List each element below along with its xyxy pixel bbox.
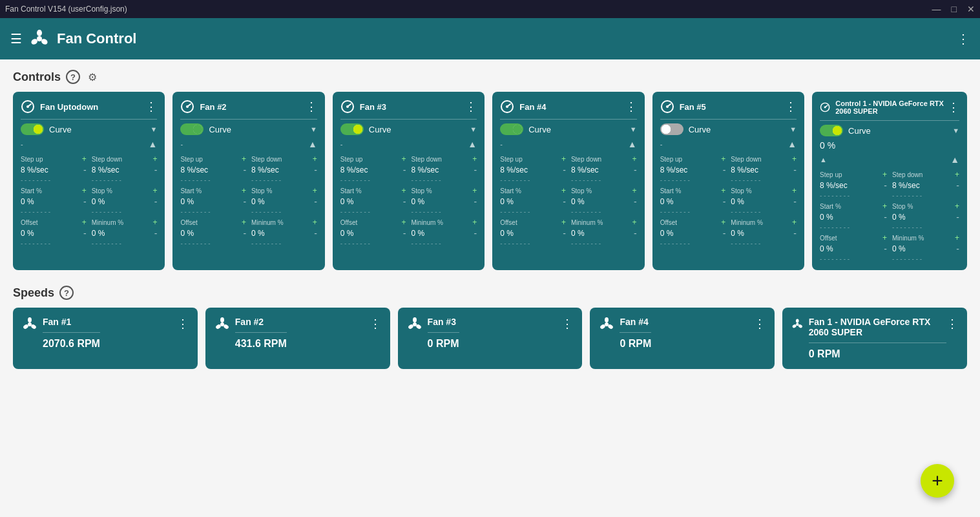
minimum-plus[interactable]: + [152, 218, 157, 227]
start-plus[interactable]: + [242, 186, 246, 195]
speed-card-menu-icon[interactable]: ⋮ [754, 317, 766, 331]
toggle-switch[interactable] [21, 123, 44, 135]
step-up-plus[interactable]: + [561, 154, 566, 164]
curve-dropdown-icon[interactable]: ▼ [470, 125, 477, 133]
start-plus[interactable]: + [721, 186, 725, 195]
toggle-switch[interactable] [500, 123, 523, 135]
speed-card-menu-icon[interactable]: ⋮ [177, 317, 189, 331]
minimum-minus[interactable]: - [474, 228, 477, 238]
offset-plus[interactable]: + [561, 218, 566, 227]
step-down-minus[interactable]: - [474, 165, 477, 175]
controls-settings-icon[interactable]: ⚙ [85, 70, 99, 84]
start-plus[interactable]: + [882, 202, 887, 211]
speed-card-menu-icon[interactable]: ⋮ [370, 317, 381, 331]
stop-minus[interactable]: - [154, 196, 158, 207]
step-down-plus[interactable]: + [313, 154, 317, 164]
curve-dropdown-icon[interactable]: ▼ [151, 125, 158, 133]
minimum-minus[interactable]: - [956, 244, 959, 254]
curve-dropdown-icon[interactable]: ▼ [789, 125, 797, 133]
speeds-help-icon[interactable]: ? [59, 286, 74, 300]
stop-plus[interactable]: + [152, 186, 157, 195]
offset-minus[interactable]: - [403, 228, 406, 238]
expand-icon[interactable]: ▲ [308, 139, 317, 149]
card-menu-icon[interactable]: ⋮ [785, 100, 797, 114]
card-menu-icon[interactable]: ⋮ [948, 100, 959, 114]
curve-dropdown-icon[interactable]: ▼ [952, 127, 959, 134]
step-down-minus[interactable]: - [154, 165, 158, 175]
stop-minus[interactable]: - [474, 196, 477, 207]
toggle-switch[interactable] [820, 125, 843, 136]
offset-plus[interactable]: + [82, 218, 87, 227]
minimum-minus[interactable]: - [154, 228, 158, 238]
hamburger-icon[interactable]: ☰ [10, 31, 22, 47]
stop-minus[interactable]: - [634, 196, 637, 207]
toggle-switch[interactable] [660, 123, 683, 135]
step-up-plus[interactable]: + [402, 154, 406, 164]
minimum-plus[interactable]: + [792, 218, 797, 227]
step-up-minus[interactable]: - [83, 165, 87, 175]
add-fab-button[interactable]: + [921, 464, 954, 498]
offset-plus[interactable]: + [882, 233, 887, 242]
curve-dropdown-icon[interactable]: ▼ [630, 125, 637, 133]
step-down-minus[interactable]: - [314, 165, 317, 175]
card-menu-icon[interactable]: ⋮ [465, 100, 477, 114]
offset-plus[interactable]: + [402, 218, 406, 227]
minimum-plus[interactable]: + [632, 218, 637, 227]
more-vert-icon[interactable]: ⋮ [957, 31, 970, 47]
maximize-button[interactable]: □ [952, 4, 957, 14]
offset-plus[interactable]: + [242, 218, 246, 227]
stop-plus[interactable]: + [472, 186, 477, 195]
minimum-minus[interactable]: - [634, 228, 637, 238]
step-up-plus[interactable]: + [882, 170, 887, 179]
step-up-minus[interactable]: - [884, 180, 887, 191]
stop-plus[interactable]: + [955, 202, 959, 211]
speed-card-menu-icon[interactable]: ⋮ [561, 317, 573, 331]
start-minus[interactable]: - [563, 196, 566, 207]
expand-icon[interactable]: ▲ [787, 139, 797, 149]
card-menu-icon[interactable]: ⋮ [145, 100, 157, 114]
step-up-minus[interactable]: - [243, 165, 246, 175]
stop-plus[interactable]: + [792, 186, 797, 195]
start-minus[interactable]: - [723, 196, 726, 207]
toggle-switch[interactable] [180, 123, 203, 135]
minimum-plus[interactable]: + [472, 218, 477, 227]
controls-help-icon[interactable]: ? [66, 70, 80, 84]
step-up-plus[interactable]: + [82, 154, 87, 164]
step-down-minus[interactable]: - [634, 165, 637, 175]
stop-minus[interactable]: - [314, 196, 317, 207]
toggle-switch[interactable] [340, 123, 364, 135]
step-down-plus[interactable]: + [792, 154, 797, 164]
minimum-minus[interactable]: - [314, 228, 317, 238]
card-menu-icon[interactable]: ⋮ [306, 100, 317, 114]
step-down-minus[interactable]: - [793, 165, 797, 175]
offset-minus[interactable]: - [83, 228, 87, 238]
step-down-plus[interactable]: + [472, 154, 477, 164]
step-down-plus[interactable]: + [955, 170, 959, 179]
expand-icon[interactable]: ▲ [950, 154, 959, 165]
card-menu-icon[interactable]: ⋮ [625, 100, 637, 114]
offset-minus[interactable]: - [723, 228, 726, 238]
speed-card-menu-icon[interactable]: ⋮ [946, 317, 958, 331]
offset-plus[interactable]: + [721, 218, 725, 227]
step-up-plus[interactable]: + [721, 154, 725, 164]
start-minus[interactable]: - [243, 196, 246, 207]
minimum-minus[interactable]: - [793, 228, 797, 238]
stop-plus[interactable]: + [632, 186, 637, 195]
stop-plus[interactable]: + [313, 186, 317, 195]
step-up-minus[interactable]: - [403, 165, 406, 175]
start-plus[interactable]: + [561, 186, 566, 195]
step-down-plus[interactable]: + [632, 154, 637, 164]
step-up-plus[interactable]: + [242, 154, 246, 164]
expand-icon[interactable]: ▲ [468, 139, 477, 149]
expand-icon[interactable]: ▲ [628, 139, 637, 149]
step-down-plus[interactable]: + [152, 154, 157, 164]
start-plus[interactable]: + [82, 186, 87, 195]
start-minus[interactable]: - [83, 196, 87, 207]
start-plus[interactable]: + [402, 186, 406, 195]
offset-minus[interactable]: - [563, 228, 566, 238]
start-minus[interactable]: - [403, 196, 406, 207]
minimum-plus[interactable]: + [313, 218, 317, 227]
offset-minus[interactable]: - [884, 244, 887, 254]
minimum-plus[interactable]: + [955, 233, 959, 242]
expand-icon[interactable]: ▲ [149, 139, 158, 149]
